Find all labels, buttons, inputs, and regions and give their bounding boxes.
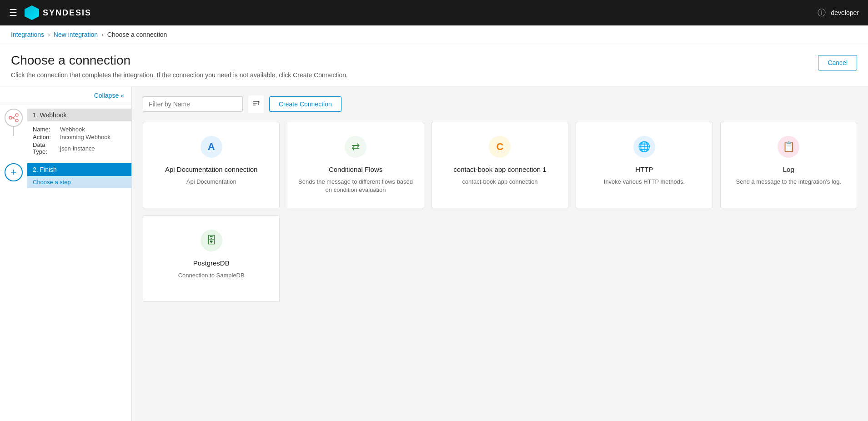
- topnav: ☰ SYNDESIS ⓘ developer: [0, 0, 868, 25]
- card-icon-log: 📋: [778, 136, 799, 158]
- main-layout: Collapse « 1. Webhook: [0, 86, 868, 421]
- step2-info: 2. Finish Choose a step: [27, 163, 131, 188]
- step2-row: + 2. Finish Choose a step: [0, 163, 131, 188]
- svg-point-1: [15, 114, 18, 116]
- card-title-api-doc: Api Documentation connection: [165, 165, 257, 174]
- collapse-label: Collapse: [94, 92, 119, 99]
- breadcrumb-new-integration[interactable]: New integration: [54, 31, 98, 38]
- page-header: Choose a connection Click the connection…: [0, 44, 868, 86]
- step1-datatype-value: json-instance: [60, 141, 110, 155]
- card-subtitle-api-doc: Api Documentation: [186, 178, 236, 186]
- sort-button[interactable]: [248, 95, 264, 113]
- connection-card-conditional-flows[interactable]: ⇄ Conditional Flows Sends the message to…: [287, 122, 424, 208]
- connection-card-log[interactable]: 📋 Log Send a message to the integration'…: [720, 122, 857, 208]
- svg-point-0: [9, 116, 12, 119]
- step1-name-label: Name:: [33, 126, 60, 133]
- sidebar: Collapse « 1. Webhook: [0, 86, 132, 421]
- help-icon[interactable]: ⓘ: [818, 7, 826, 18]
- webhook-icon: [8, 112, 19, 123]
- step1-connector: [0, 105, 27, 136]
- card-subtitle-postgres: Connection to SampleDB: [178, 271, 245, 280]
- card-icon-http: 🌐: [633, 136, 655, 158]
- breadcrumb-sep2: ›: [101, 31, 104, 38]
- page-subtitle: Click the connection that completes the …: [11, 71, 348, 79]
- step1-header: 1. Webhook: [27, 109, 131, 121]
- breadcrumb-sep1: ›: [48, 31, 50, 38]
- cards-grid-row1: A Api Documentation connection Api Docum…: [143, 122, 857, 208]
- card-title-http: HTTP: [635, 165, 653, 174]
- card-subtitle-log: Send a message to the integration's log.: [736, 178, 842, 186]
- cancel-button[interactable]: Cancel: [818, 55, 857, 70]
- step2-header: 2. Finish: [27, 163, 131, 176]
- step1-action-value: Incoming Webhook: [60, 134, 110, 140]
- collapse-bar[interactable]: Collapse «: [0, 86, 131, 105]
- breadcrumb: Integrations › New integration › Choose …: [0, 25, 868, 44]
- connection-card-api-doc[interactable]: A Api Documentation connection Api Docum…: [143, 122, 280, 208]
- card-title-log: Log: [783, 165, 794, 174]
- step1-datatype-label: Data Type:: [33, 141, 60, 155]
- connection-card-contact-book[interactable]: C contact-book app connection 1 contact-…: [431, 122, 568, 208]
- cards-grid-row2: 🗄 PostgresDB Connection to SampleDB: [143, 216, 857, 302]
- choose-step-bar[interactable]: Choose a step: [27, 176, 131, 188]
- card-subtitle-http: Invoke various HTTP methods.: [604, 178, 685, 186]
- card-title-postgres: PostgresDB: [193, 259, 230, 268]
- step1-name-value: Webhook: [60, 126, 110, 133]
- svg-point-2: [15, 119, 18, 122]
- step1-row: 1. Webhook Name: Webhook Action: Incomin…: [0, 105, 131, 163]
- collapse-icon: «: [120, 92, 124, 99]
- connection-card-postgres[interactable]: 🗄 PostgresDB Connection to SampleDB: [143, 216, 280, 302]
- card-subtitle-conditional-flows: Sends the message to different flows bas…: [296, 178, 414, 194]
- logo-icon: [25, 5, 39, 20]
- logo: SYNDESIS: [25, 5, 91, 20]
- step1-info: 1. Webhook Name: Webhook Action: Incomin…: [27, 105, 131, 163]
- connection-card-http[interactable]: 🌐 HTTP Invoke various HTTP methods.: [576, 122, 712, 208]
- create-connection-button[interactable]: Create Connection: [269, 96, 341, 112]
- page-title: Choose a connection: [11, 53, 348, 68]
- step1-details: Name: Webhook Action: Incoming Webhook D…: [27, 121, 131, 160]
- card-icon-postgres: 🗄: [201, 230, 222, 251]
- card-icon-contact-book: C: [489, 136, 511, 158]
- step2-add-icon[interactable]: +: [5, 163, 23, 181]
- filter-input[interactable]: [143, 96, 243, 112]
- step2-connector: +: [0, 163, 27, 181]
- step1-circle: [5, 109, 23, 127]
- user-name: developer: [831, 9, 859, 16]
- breadcrumb-integrations[interactable]: Integrations: [11, 31, 44, 38]
- sort-icon: [252, 99, 260, 107]
- card-title-conditional-flows: Conditional Flows: [329, 165, 382, 174]
- step1-line: [13, 127, 14, 136]
- hamburger-icon[interactable]: ☰: [9, 7, 17, 18]
- breadcrumb-current: Choose a connection: [107, 31, 167, 38]
- card-icon-api-doc: A: [201, 136, 222, 158]
- card-icon-conditional-flows: ⇄: [345, 136, 366, 158]
- step1-action-label: Action:: [33, 134, 60, 140]
- filter-bar: Create Connection: [143, 95, 857, 113]
- card-title-contact-book: contact-book app connection 1: [453, 165, 546, 174]
- content-area: Create Connection A Api Documentation co…: [132, 86, 868, 421]
- logo-text: SYNDESIS: [43, 8, 91, 18]
- card-subtitle-contact-book: contact-book app connection: [462, 178, 537, 186]
